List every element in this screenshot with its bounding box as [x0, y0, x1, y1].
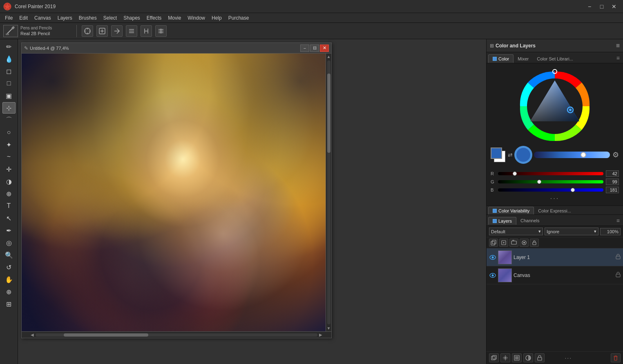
menu-item-layers[interactable]: Layers [54, 14, 76, 22]
color-tabs-menu[interactable]: ≡ [615, 53, 621, 63]
menu-item-file[interactable]: File [2, 14, 16, 22]
layer-visibility-toggle-1[interactable] [489, 272, 496, 279]
layer-effects-btn[interactable] [500, 353, 510, 362]
lock-layer-button[interactable] [530, 239, 539, 247]
composite-method-dropdown[interactable]: Ignore ▾ [545, 228, 598, 235]
menu-item-edit[interactable]: Edit [16, 14, 31, 22]
panel-menu-button[interactable]: ≡ [616, 42, 620, 49]
minimize-button[interactable]: − [584, 2, 595, 11]
scroll-left-arrow[interactable]: ◀ [29, 333, 36, 337]
hue-gradient-bar[interactable] [534, 152, 610, 158]
blend-tool[interactable]: ◎ [2, 237, 16, 248]
layer-visibility-toggle-0[interactable] [489, 254, 496, 261]
doc-close-btn[interactable]: ✕ [320, 45, 329, 52]
menu-item-help[interactable]: Help [208, 14, 225, 22]
maximize-button[interactable]: □ [596, 2, 607, 11]
b-slider-track[interactable] [498, 188, 603, 192]
layers-tab-channels[interactable]: Channels [516, 217, 543, 224]
channel-button[interactable] [520, 239, 529, 247]
zoom-tool[interactable]: 🔍 [2, 249, 16, 261]
rectangle-tool[interactable]: □ [2, 78, 16, 89]
transform-tool[interactable]: ⊹ [2, 102, 16, 114]
cv-tab-variability[interactable]: Color Variability [488, 207, 534, 214]
color-wheel-svg[interactable] [516, 67, 594, 145]
magic-wand-tool[interactable]: ✦ [2, 139, 16, 150]
doc-horizontal-scrollbar[interactable]: ◀ ▶ [22, 331, 331, 338]
r-slider-track[interactable] [498, 172, 603, 175]
lasso-tool[interactable]: ⌒ [2, 114, 16, 126]
tool-option-btn-1[interactable] [82, 25, 93, 37]
foreground-background-swatches[interactable] [491, 147, 505, 162]
brush-icon[interactable] [3, 25, 18, 37]
tool-option-btn-4[interactable] [126, 25, 137, 37]
layers-menu-button[interactable]: ≡ [615, 216, 621, 226]
foreground-swatch[interactable] [491, 147, 502, 159]
doc-minimize-btn[interactable]: − [300, 45, 309, 52]
brush-tool[interactable]: ✏ [2, 41, 16, 52]
menu-item-canvas[interactable]: Canvas [31, 14, 54, 22]
color-tab-mixer[interactable]: Mixer [514, 55, 533, 63]
layer-opacity-input[interactable]: 100% [600, 228, 621, 235]
smear-tool[interactable]: ~ [2, 151, 16, 163]
swap-colors-icon[interactable]: ⇄ [508, 152, 513, 158]
hand-tool[interactable]: ✋ [2, 274, 16, 285]
r-slider-thumb[interactable] [513, 172, 517, 176]
tool-option-btn-6[interactable] [155, 25, 167, 37]
text-tool[interactable]: T [2, 200, 16, 212]
layers-tab-layers[interactable]: Layers [488, 217, 516, 225]
magnify-tool[interactable]: ⊕ [2, 286, 16, 297]
tool-option-btn-5[interactable] [141, 25, 152, 37]
eraser-tool[interactable]: ◻ [2, 65, 16, 77]
r-value-input[interactable] [606, 170, 619, 177]
b-slider-thumb[interactable] [571, 188, 575, 192]
layer-item-0[interactable]: Layer 1 [487, 248, 623, 266]
color-tab-colorset[interactable]: Color Set Librari... [533, 55, 577, 63]
color-tab-color[interactable]: Color [488, 54, 514, 63]
group-layer-button[interactable] [509, 239, 518, 247]
scroll-down-arrow[interactable]: ▼ [326, 325, 331, 331]
new-layer-bottom-btn[interactable] [489, 353, 499, 362]
document-canvas[interactable]: ▲ ▼ [22, 54, 331, 331]
duplicate-layer-button[interactable] [499, 239, 508, 247]
g-slider-track[interactable] [498, 180, 603, 183]
close-button[interactable]: ✕ [608, 2, 620, 11]
menu-item-effects[interactable]: Effects [143, 14, 165, 22]
pen-tool[interactable]: ✒ [2, 225, 16, 236]
delete-layer-btn[interactable] [611, 353, 621, 362]
scroll-track[interactable] [327, 60, 330, 324]
color-wheel-container[interactable] [516, 67, 594, 145]
rotate-tool[interactable]: ↺ [2, 261, 16, 273]
new-layer-button[interactable] [489, 239, 498, 247]
g-slider-thumb[interactable] [537, 180, 541, 184]
menu-item-movie[interactable]: Movie [165, 14, 184, 22]
lock-all-btn[interactable] [535, 353, 545, 362]
arrow-tool[interactable]: ↖ [2, 212, 16, 224]
menu-item-shapes[interactable]: Shapes [120, 14, 143, 22]
b-value-input[interactable] [606, 187, 619, 193]
clone-tool[interactable]: ⊕ [2, 188, 16, 199]
hue-thumb[interactable] [581, 152, 586, 158]
color-extras-icon[interactable]: ⚙ [612, 150, 619, 159]
scroll-right-arrow[interactable]: ▶ [317, 333, 324, 337]
h-scroll-track[interactable] [36, 333, 317, 337]
tool-option-btn-2[interactable] [96, 25, 108, 37]
menu-item-window[interactable]: Window [184, 14, 208, 22]
mask-layer-btn[interactable] [523, 353, 533, 362]
layers-more-dots[interactable]: ··· [565, 355, 572, 361]
menu-item-purchase[interactable]: Purchase [225, 14, 252, 22]
cv-tab-expression[interactable]: Color Expressi... [534, 207, 575, 214]
menu-item-brushes[interactable]: Brushes [76, 14, 100, 22]
tool-option-btn-3[interactable] [111, 25, 123, 37]
scroll-up-arrow[interactable]: ▲ [326, 54, 331, 60]
move-tool[interactable]: ✛ [2, 163, 16, 175]
g-value-input[interactable] [606, 179, 619, 185]
layer-item-1[interactable]: Canvas [487, 266, 623, 284]
menu-item-select[interactable]: Select [100, 14, 120, 22]
dodge-burn-tool[interactable]: ◑ [2, 176, 16, 187]
composite-mode-dropdown[interactable]: Default ▾ [489, 228, 543, 235]
paint-bucket-tool[interactable]: ▣ [2, 90, 16, 101]
doc-vertical-scrollbar[interactable]: ▲ ▼ [326, 54, 331, 331]
flatten-layer-btn[interactable] [512, 353, 522, 362]
rgb-more-dots[interactable]: ··· [491, 195, 619, 202]
main-color-circle[interactable] [515, 147, 531, 163]
